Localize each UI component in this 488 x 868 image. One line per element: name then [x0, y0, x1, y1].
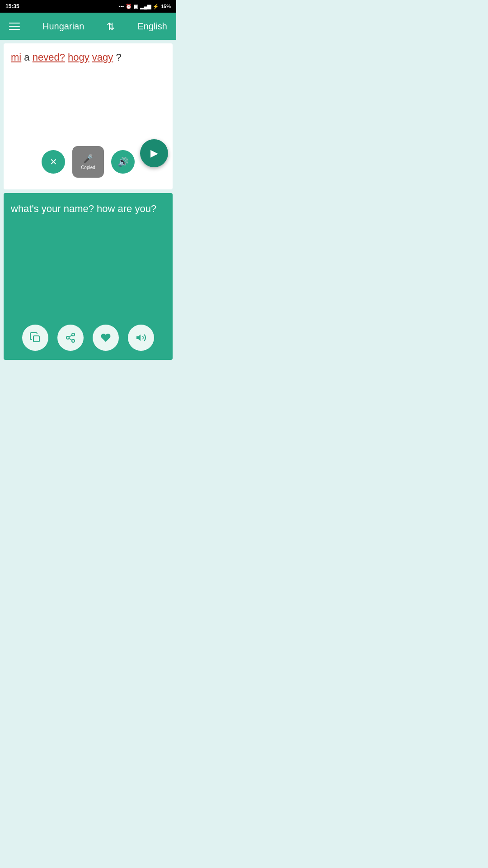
clear-button[interactable]: ✕	[42, 150, 65, 174]
status-battery: 15%	[161, 4, 171, 9]
bottom-actions	[11, 325, 165, 351]
status-time: 15:35	[5, 3, 19, 9]
svg-point-2	[66, 336, 69, 339]
source-text[interactable]: mi a neved? hogy vagy ?	[11, 51, 165, 65]
source-word-neved: neved?	[33, 52, 65, 63]
mic-copied-button[interactable]: 🎤 Copied	[72, 146, 104, 178]
heart-icon	[100, 332, 111, 343]
source-word-vagy: vagy	[92, 52, 113, 63]
copied-label: Copied	[81, 165, 95, 170]
svg-line-5	[69, 335, 72, 337]
share-button[interactable]	[57, 325, 84, 351]
status-sim: ▣	[134, 4, 138, 9]
share-icon	[65, 332, 76, 343]
favorite-button[interactable]	[93, 325, 119, 351]
source-word-a: a	[24, 52, 32, 63]
status-bar: 15:35 ••• ⏰ ▣ ▂▄▆ ⚡ 15%	[0, 0, 176, 13]
translation-speaker-button[interactable]	[128, 325, 154, 351]
svg-line-4	[69, 338, 72, 340]
status-right: ••• ⏰ ▣ ▂▄▆ ⚡ 15%	[119, 4, 171, 9]
clear-icon: ✕	[50, 156, 57, 167]
status-alarm: ⏰	[126, 4, 132, 9]
source-speaker-icon: 🔊	[117, 156, 129, 167]
source-word-q: ?	[116, 52, 121, 63]
translation-panel: what's your name? how are you?	[4, 193, 173, 360]
copy-button[interactable]	[22, 325, 48, 351]
translation-speaker-icon	[136, 332, 146, 343]
svg-marker-6	[136, 335, 141, 341]
svg-point-1	[72, 333, 75, 336]
source-panel: mi a neved? hogy vagy ? ✕ 🎤 Copied 🔊	[4, 43, 173, 189]
status-charging: ⚡	[153, 4, 159, 9]
menu-button[interactable]	[9, 23, 20, 30]
copy-icon	[30, 332, 41, 343]
status-signal: ▂▄▆	[140, 4, 151, 9]
svg-rect-0	[33, 336, 39, 342]
status-dots: •••	[119, 4, 124, 9]
swap-button[interactable]: ⇄	[105, 22, 117, 30]
translation-text: what's your name? how are you?	[11, 202, 165, 216]
source-speaker-button[interactable]: 🔊	[111, 150, 135, 174]
mic-icon: 🎤	[83, 154, 93, 164]
send-icon: ▶	[150, 147, 158, 159]
target-language-label[interactable]: English	[137, 21, 167, 32]
source-word-mi: mi	[11, 52, 21, 63]
send-button[interactable]: ▶	[140, 139, 168, 167]
header: Hungarian ⇄ English	[0, 13, 176, 40]
source-word-hogy: hogy	[68, 52, 89, 63]
source-language-label[interactable]: Hungarian	[42, 21, 84, 32]
svg-point-3	[72, 340, 75, 342]
